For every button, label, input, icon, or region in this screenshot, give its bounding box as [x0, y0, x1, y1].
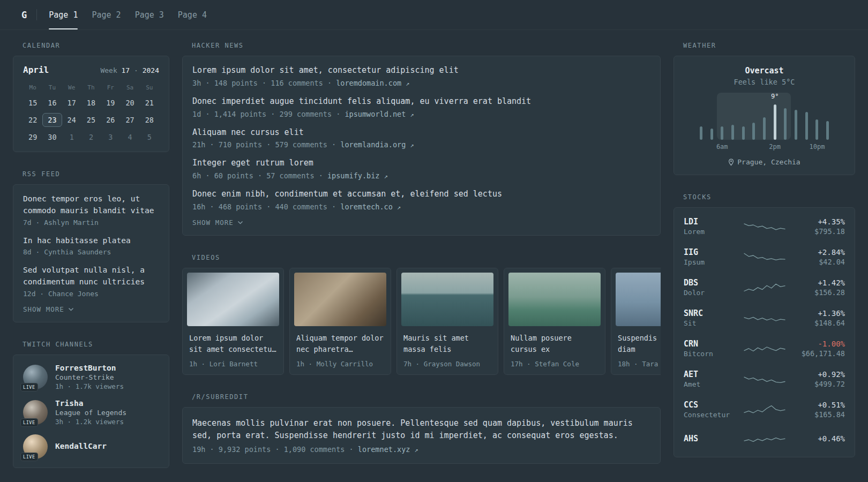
calendar-day: 17 — [62, 96, 81, 110]
calendar-day: 28 — [140, 113, 159, 127]
videos-widget-title: VIDEOS — [192, 254, 661, 261]
stock-sparkline — [742, 310, 787, 327]
temperature-bar — [731, 125, 734, 140]
stocks-widget: STOCKS LDI Lorem +4.35% $795.18 IIG — [674, 193, 855, 457]
calendar-widget-title: CALENDAR — [23, 42, 169, 49]
stock-row: AET Amet +0.92% $499.72 — [684, 364, 845, 394]
calendar-day-header: Sa — [120, 81, 139, 93]
twitch-channel[interactable]: LIVE KendallCarr — [23, 434, 159, 459]
weather-feels-like: Feels like 5°C — [685, 78, 844, 86]
tab-page-2[interactable]: Page 2 — [92, 0, 121, 29]
live-badge: LIVE — [20, 383, 38, 391]
story-meta: 3h · 148 points · 116 comments · loremdo… — [192, 79, 650, 87]
stock-price: $156.28 — [787, 288, 845, 297]
temperature-bar-slot — [696, 126, 707, 140]
story-meta: 6h · 60 points · 57 comments · ipsumify.… — [192, 171, 650, 180]
calendar-day: 3 — [101, 130, 120, 144]
story-domain-link[interactable]: ipsumworld.net ↗ — [345, 110, 414, 118]
story-title[interactable]: Integer eget rutrum lorem — [192, 157, 650, 169]
stock-sparkline — [742, 248, 787, 266]
stock-row: SNRC Sit +1.36% $148.64 — [684, 303, 845, 333]
videos-row: Lorem ipsum dolor sit amet consectetu… 1… — [182, 268, 661, 375]
twitch-card: LIVE ForrestBurton Counter-Strike 1h · 1… — [13, 355, 169, 468]
calendar-month: April — [23, 65, 49, 75]
calendar-grid: MoTuWeThFrSaSu15161718192021222324252627… — [23, 81, 159, 144]
twitch-channel[interactable]: LIVE ForrestBurton Counter-Strike 1h · 1… — [23, 364, 159, 390]
stock-sparkline — [742, 401, 787, 418]
story-title[interactable]: Aliquam nec cursus elit — [192, 127, 650, 139]
tab-page-4[interactable]: Page 4 — [178, 0, 207, 29]
rss-item-title[interactable]: Donec tempor eros leo, ut commodo mauris… — [23, 193, 159, 217]
hackernews-card: Lorem ipsum dolor sit amet, consectetur … — [182, 56, 661, 236]
post-title[interactable]: Maecenas mollis pulvinar erat non posuer… — [192, 417, 650, 442]
video-card[interactable]: Suspendis diam 18h · Tara — [611, 268, 661, 375]
stock-row: AHS +0.46% — [684, 425, 845, 454]
story-title[interactable]: Donec imperdiet augue tincidunt felis al… — [192, 96, 650, 108]
story-domain-link[interactable]: loremdomain.com ↗ — [336, 79, 409, 87]
temperature-bar-slot — [801, 112, 812, 140]
left-column: CALENDAR April Week 17 · 2024 MoTuWeThFr… — [13, 42, 169, 468]
stock-left: CCS Consectetur — [684, 400, 742, 419]
weather-chart: 9° — [696, 93, 833, 140]
weather-widget: WEATHER Overcast Feels like 5°C 9° 6am2p… — [674, 42, 855, 175]
channel-info: ForrestBurton Counter-Strike 1h · 1.7k v… — [55, 364, 124, 390]
rss-item-title[interactable]: In hac habitasse platea — [23, 235, 159, 247]
calendar-day: 19 — [101, 96, 120, 110]
calendar-day: 24 — [62, 113, 81, 127]
story-domain-link[interactable]: loremlandia.org ↗ — [340, 140, 414, 149]
rss-item-title[interactable]: Sed volutpat nulla nisl, a condimentum n… — [23, 265, 159, 288]
stock-sparkline — [742, 340, 787, 357]
stock-right: +0.92% $499.72 — [787, 370, 845, 388]
story-domain-link[interactable]: ipsumify.biz ↗ — [327, 171, 388, 180]
nav-divider — [36, 9, 37, 20]
temperature-bar — [826, 121, 829, 140]
channel-name: ForrestBurton — [55, 364, 124, 372]
rss-show-more-button[interactable]: SHOW MORE — [23, 305, 74, 313]
stock-change: +1.36% — [787, 309, 845, 318]
avatar: LIVE — [23, 400, 48, 425]
temperature-bar-slot — [791, 110, 802, 140]
calendar-day: 2 — [81, 130, 101, 144]
app-logo[interactable]: G — [21, 10, 27, 20]
channel-meta: 1h · 1.7k viewers — [55, 382, 124, 390]
story-domain-link[interactable]: loremtech.co ↗ — [340, 202, 401, 211]
stock-row: LDI Lorem +4.35% $795.18 — [684, 211, 845, 242]
tab-page-1[interactable]: Page 1 — [49, 0, 78, 29]
video-meta: 7h · Grayson Dawson — [401, 360, 493, 368]
channel-name: Trisha — [55, 399, 126, 408]
post-domain-link[interactable]: loremnet.xyz ↗ — [358, 445, 418, 454]
story-title[interactable]: Lorem ipsum dolor sit amet, consectetur … — [192, 65, 650, 77]
video-card[interactable]: Lorem ipsum dolor sit amet consectetu… 1… — [182, 268, 284, 375]
subreddit-widget: /R/SUBREDDIT Maecenas mollis pulvinar er… — [182, 393, 661, 464]
hackernews-show-more-button[interactable]: SHOW MORE — [192, 219, 243, 227]
calendar-day: 21 — [140, 96, 159, 110]
external-link-icon: ↗ — [397, 204, 401, 211]
temperature-bar — [774, 104, 776, 140]
calendar-day: 30 — [42, 130, 62, 144]
temperature-bar — [805, 112, 808, 140]
story-title[interactable]: Donec enim nibh, condimentum et accumsan… — [192, 189, 650, 200]
stock-name: Lorem — [684, 228, 742, 236]
video-card[interactable]: Mauris sit amet massa felis 7h · Grayson… — [396, 268, 498, 375]
video-title: Lorem ipsum dolor sit amet consectetu… — [187, 333, 279, 355]
weather-bars — [696, 102, 833, 140]
video-title: Mauris sit amet massa felis — [401, 333, 493, 355]
rss-widget: RSS FEED Donec tempor eros leo, ut commo… — [13, 170, 169, 322]
stock-symbol: IIG — [684, 247, 742, 257]
video-title: Aliquam tempor dolor nec pharetra… — [294, 333, 386, 355]
calendar-day: 25 — [81, 113, 101, 127]
temperature-bar — [710, 129, 713, 140]
tab-page-3[interactable]: Page 3 — [135, 0, 164, 29]
channel-meta: 3h · 1.2k viewers — [55, 418, 126, 426]
video-title: Suspendis diam — [616, 333, 661, 355]
temperature-bar — [815, 119, 818, 140]
stock-right: +1.36% $148.64 — [787, 309, 845, 327]
twitch-channel[interactable]: LIVE Trisha League of Legends 3h · 1.2k … — [23, 399, 159, 426]
stock-symbol: AET — [684, 370, 742, 379]
story-meta: 16h · 468 points · 440 comments · loremt… — [192, 202, 650, 211]
stock-left: AHS — [684, 434, 742, 445]
stock-left: DBS Dolor — [684, 278, 742, 297]
calendar-day-header: Mo — [23, 81, 42, 93]
video-card[interactable]: Aliquam tempor dolor nec pharetra… 1h · … — [289, 268, 391, 375]
video-card[interactable]: Nullam posuere cursus ex 17h · Stefan Co… — [504, 268, 605, 375]
